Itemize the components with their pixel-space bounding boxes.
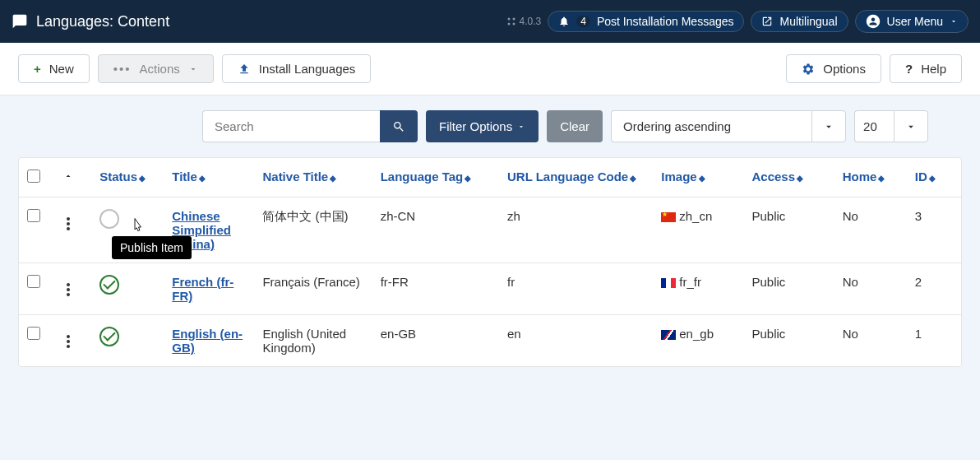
ordering-caret[interactable]: [811, 110, 846, 142]
col-lang-tag[interactable]: Language Tag◆: [372, 158, 499, 197]
image-code: fr_fr: [653, 263, 743, 315]
lang-tag: fr-FR: [372, 263, 499, 315]
install-languages-button[interactable]: Install Languages: [222, 54, 372, 83]
status-published-icon[interactable]: [99, 275, 119, 295]
languages-table: Status◆ Title◆ Native Title◆ Language Ta…: [19, 158, 961, 366]
options-label: Options: [823, 62, 866, 76]
comment-icon: [12, 13, 28, 30]
native-title: 简体中文 (中国): [254, 197, 372, 263]
access: Public: [743, 315, 834, 367]
gear-icon: [802, 63, 815, 76]
flag-icon: [661, 212, 676, 222]
chevron-down-icon: [950, 17, 958, 26]
image-code: zh_cn: [653, 197, 743, 263]
pim-label: Post Installation Messages: [597, 15, 734, 28]
title-link[interactable]: French (fr-FR): [172, 275, 233, 303]
version-label: 4.0.3: [506, 16, 542, 27]
install-label: Install Languages: [259, 62, 356, 76]
ordering-select[interactable]: Ordering ascending: [611, 110, 811, 142]
chevron-down-icon: [905, 121, 917, 132]
new-button[interactable]: + New: [18, 54, 90, 83]
native-title: English (United Kingdom): [254, 315, 372, 367]
row-checkbox[interactable]: [27, 327, 40, 340]
status-unpublished-icon[interactable]: [99, 209, 119, 229]
flag-icon: [661, 278, 676, 288]
table-row: English (en-GB)English (United Kingdom)e…: [19, 315, 961, 367]
usermenu-label: User Menu: [887, 15, 943, 28]
access: Public: [743, 263, 834, 315]
plus-icon: +: [34, 62, 41, 76]
row-actions-button[interactable]: [63, 280, 73, 300]
search-button[interactable]: [380, 110, 418, 142]
user-menu-button[interactable]: User Menu: [855, 10, 968, 33]
sort-order-icon[interactable]: [63, 171, 73, 181]
toolbar: + New ••• Actions Install Languages Opti…: [0, 43, 980, 95]
limit-caret[interactable]: [894, 110, 928, 142]
new-label: New: [49, 62, 74, 76]
caret-down-icon: [517, 123, 525, 131]
search-input[interactable]: [202, 110, 380, 142]
flag-icon: [661, 330, 676, 340]
limit-select[interactable]: 20: [854, 110, 894, 142]
upload-icon: [238, 63, 251, 76]
clear-button[interactable]: Clear: [547, 110, 603, 142]
home: No: [834, 315, 907, 367]
col-access[interactable]: Access◆: [743, 158, 834, 197]
help-button[interactable]: ? Help: [890, 54, 962, 83]
url-code: fr: [499, 263, 653, 315]
col-status[interactable]: Status◆: [91, 158, 164, 197]
col-title[interactable]: Title◆: [164, 158, 254, 197]
multilingual-label: Multilingual: [779, 15, 837, 28]
filter-bar: Filter Options Clear Ordering ascending …: [18, 110, 962, 142]
col-url-code[interactable]: URL Language Code◆: [499, 158, 653, 197]
col-native-title[interactable]: Native Title◆: [254, 158, 372, 197]
url-code: en: [499, 315, 653, 367]
col-id[interactable]: ID◆: [907, 158, 961, 197]
bell-icon: [558, 16, 570, 27]
table-row: French (fr-FR)Français (France)fr-FRfrfr…: [19, 263, 961, 315]
actions-button[interactable]: ••• Actions: [98, 54, 214, 83]
question-icon: ?: [905, 62, 913, 76]
status-published-icon[interactable]: [99, 327, 119, 346]
svg-point-0: [507, 18, 510, 21]
title-link[interactable]: English (en-GB): [172, 327, 243, 355]
lang-tag: en-GB: [372, 315, 499, 367]
svg-point-1: [512, 18, 515, 21]
row-checkbox[interactable]: [27, 209, 40, 222]
topbar: Languages: Content 4.0.3 4 Post Installa…: [0, 0, 980, 43]
row-actions-button[interactable]: [63, 332, 73, 351]
row-actions-button[interactable]: [63, 214, 73, 234]
help-label: Help: [921, 62, 946, 76]
title-link[interactable]: Chinese Simplified (China): [172, 209, 231, 251]
id: 2: [907, 263, 961, 315]
page-title-wrap: Languages: Content: [12, 13, 169, 30]
post-install-messages-button[interactable]: 4 Post Installation Messages: [548, 11, 744, 32]
filter-options-label: Filter Options: [439, 119, 512, 133]
col-home[interactable]: Home◆: [834, 158, 907, 197]
user-icon: [866, 14, 881, 29]
joomla-icon: [506, 16, 516, 26]
id: 1: [907, 315, 961, 367]
access: Public: [743, 197, 834, 263]
actions-label: Actions: [140, 62, 180, 76]
svg-point-3: [512, 23, 515, 26]
search-icon: [392, 120, 405, 133]
table-row: Chinese Simplified (China)简体中文 (中国)zh-CN…: [19, 197, 961, 263]
id: 3: [907, 197, 961, 263]
options-button[interactable]: Options: [786, 54, 881, 83]
filter-options-button[interactable]: Filter Options: [426, 110, 539, 142]
page-title: Languages: Content: [36, 13, 169, 30]
col-image[interactable]: Image◆: [653, 158, 743, 197]
chevron-down-icon: [823, 121, 834, 132]
select-all-checkbox[interactable]: [27, 170, 40, 183]
svg-point-2: [507, 23, 510, 26]
external-link-icon: [761, 16, 773, 27]
home: No: [834, 197, 907, 263]
native-title: Français (France): [254, 263, 372, 315]
notification-badge: 4: [576, 16, 590, 27]
url-code: zh: [499, 197, 653, 263]
multilingual-button[interactable]: Multilingual: [751, 11, 848, 32]
row-checkbox[interactable]: [27, 275, 40, 288]
lang-tag: zh-CN: [372, 197, 499, 263]
ellipsis-icon: •••: [113, 62, 132, 76]
